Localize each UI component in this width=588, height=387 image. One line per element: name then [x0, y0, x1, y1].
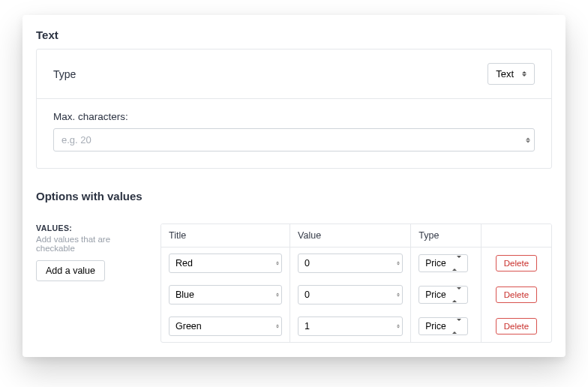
- max-chars-stepper[interactable]: [526, 137, 530, 142]
- title-input[interactable]: [169, 285, 282, 304]
- chevron-down-icon: [397, 296, 400, 297]
- chevron-up-icon: [397, 262, 400, 263]
- title-input[interactable]: [169, 254, 282, 273]
- col-header-value: Value: [290, 224, 411, 248]
- max-chars-group: Max. characters:: [37, 99, 551, 168]
- chevron-up-icon: [397, 325, 400, 326]
- value-input-wrap: [298, 285, 403, 304]
- values-side-panel: VALUES: Add values that are checkable Ad…: [36, 224, 148, 281]
- value-input-wrap: [298, 254, 403, 273]
- title-stepper[interactable]: [276, 262, 279, 266]
- col-header-actions: [481, 224, 551, 248]
- chevron-updown-icon: [452, 290, 461, 300]
- chevron-up-icon: [397, 293, 400, 295]
- type-row: Type Text: [37, 50, 551, 99]
- chevron-up-icon: [276, 293, 279, 295]
- title-input[interactable]: [169, 316, 282, 336]
- value-stepper[interactable]: [397, 325, 400, 328]
- row-type-value: Price: [425, 258, 446, 268]
- page-container: Text Type Text Max. characters: Options …: [22, 15, 566, 357]
- chevron-down-icon: [276, 296, 279, 297]
- value-stepper[interactable]: [397, 262, 400, 266]
- type-label: Type: [53, 68, 76, 80]
- chevron-down-icon: [276, 264, 279, 266]
- row-type-select[interactable]: Price: [418, 317, 467, 335]
- chevron-down-icon: [276, 327, 279, 328]
- title-stepper[interactable]: [276, 325, 279, 328]
- delete-button[interactable]: Delete: [496, 255, 537, 272]
- chevron-up-icon: [526, 137, 530, 140]
- chevron-up-icon: [276, 262, 279, 263]
- options-section: VALUES: Add values that are checkable Ad…: [36, 224, 552, 343]
- chevron-updown-icon: [452, 258, 461, 268]
- row-type-value: Price: [425, 321, 446, 332]
- max-chars-input[interactable]: [53, 128, 535, 152]
- table-header-row: Title Value Type: [161, 224, 551, 248]
- max-chars-label: Max. characters:: [53, 111, 535, 122]
- values-hint: Add values that are checkable: [36, 235, 148, 253]
- delete-button[interactable]: Delete: [496, 318, 537, 334]
- max-chars-input-wrap: [53, 128, 535, 152]
- text-section-heading: Text: [36, 28, 552, 41]
- options-table: Title Value Type PriceDeletePriceDeleteP…: [161, 224, 551, 342]
- title-input-wrap: [169, 316, 282, 336]
- col-header-type: Type: [411, 224, 482, 248]
- chevron-down-icon: [526, 140, 530, 142]
- title-input-wrap: [169, 254, 282, 273]
- type-select[interactable]: Text: [488, 63, 535, 85]
- chevron-down-icon: [397, 327, 400, 328]
- row-type-select[interactable]: Price: [418, 286, 467, 304]
- table-row: PriceDelete: [161, 248, 551, 280]
- options-section-heading: Options with values: [36, 190, 552, 202]
- table-row: PriceDelete: [161, 279, 551, 310]
- row-type-select[interactable]: Price: [418, 254, 467, 272]
- options-table-wrap: Title Value Type PriceDeletePriceDeleteP…: [160, 224, 552, 343]
- delete-button[interactable]: Delete: [496, 286, 537, 303]
- value-stepper[interactable]: [397, 293, 400, 297]
- value-input[interactable]: [298, 316, 403, 336]
- title-input-wrap: [169, 285, 282, 304]
- type-select-value: Text: [496, 68, 514, 80]
- table-row: PriceDelete: [161, 310, 551, 342]
- add-value-button[interactable]: Add a value: [36, 260, 105, 281]
- row-type-value: Price: [425, 290, 446, 300]
- value-input-wrap: [298, 316, 403, 336]
- text-config-card: Type Text Max. characters:: [36, 49, 552, 169]
- title-stepper[interactable]: [276, 293, 279, 297]
- value-input[interactable]: [298, 285, 403, 304]
- col-header-title: Title: [161, 224, 290, 248]
- chevron-updown-icon: [521, 71, 526, 76]
- chevron-down-icon: [397, 264, 400, 266]
- chevron-up-icon: [276, 325, 279, 326]
- value-input[interactable]: [298, 254, 403, 273]
- values-caption: VALUES:: [36, 224, 148, 232]
- chevron-updown-icon: [452, 321, 461, 332]
